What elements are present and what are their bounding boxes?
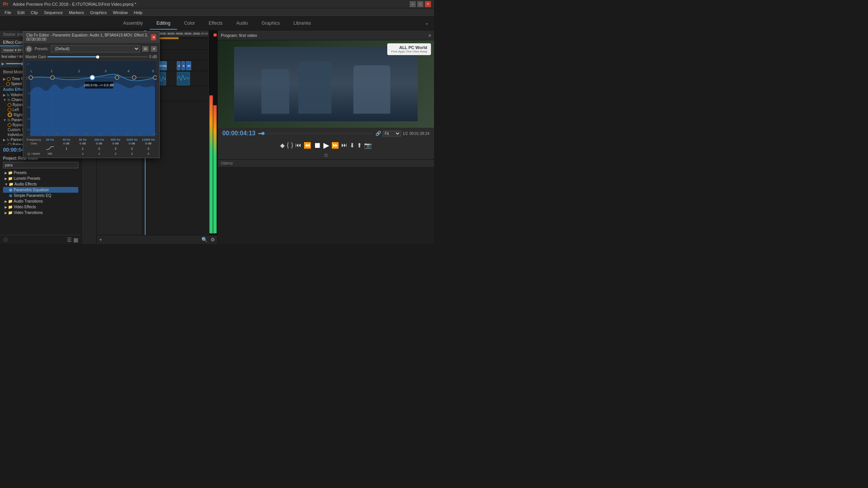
preset-select[interactable]: (Default) (51, 45, 140, 52)
panel-status-icon[interactable]: ⊙ (3, 236, 8, 243)
folder-video-transitions-icon: 📁 (8, 211, 13, 215)
freq-20hz: 20 Hz (42, 138, 58, 141)
menu-edit[interactable]: Edit (14, 10, 28, 16)
folder-video-effects[interactable]: ▶ 📁 Video Effects (3, 204, 78, 210)
program-progress-bar[interactable] (258, 133, 372, 134)
fit-dropdown[interactable]: 🔗 (375, 131, 381, 136)
nav-more-button[interactable]: » (426, 21, 428, 26)
q-width-header: Q / Width (26, 152, 41, 155)
presets-label: Presets: (35, 47, 49, 51)
menu-file[interactable]: File (2, 10, 14, 16)
menu-clip[interactable]: Clip (28, 10, 41, 16)
tab-audio[interactable]: Audio (230, 17, 255, 30)
play-button-mini[interactable]: ▶ (2, 62, 5, 66)
overwrite-button[interactable]: ⬆ (357, 142, 362, 149)
v1-clip4[interactable]: BF9A64... (177, 61, 181, 70)
program-menu-icon[interactable]: ≡ (429, 33, 431, 38)
folder-audio-effects[interactable]: ▼ 📁 Audio Effects (3, 181, 78, 187)
insert-button[interactable]: ⬇ (350, 142, 355, 149)
waveform-svg3 (177, 72, 190, 85)
master-gain-fill (48, 56, 97, 57)
program-progress-thumb[interactable] (261, 132, 265, 135)
mark-out-button[interactable]: } (291, 142, 293, 149)
stop-button[interactable]: ⏹ (314, 141, 321, 150)
folder-lumetri-arrow: ▶ (5, 177, 7, 181)
tab-libraries[interactable]: Libraries (287, 17, 318, 30)
svg-text:4: 4 (127, 69, 129, 73)
freq-2k: 2k (126, 133, 129, 135)
search-input[interactable] (3, 162, 78, 168)
zoom-out-button[interactable]: 🔍 (201, 236, 208, 243)
add-track-button[interactable]: + (98, 236, 103, 243)
left-icon (8, 108, 11, 112)
grid-view-icon[interactable]: ▦ (73, 237, 78, 243)
go-to-out-button[interactable]: ⏭ (341, 142, 347, 149)
q-width-row: Q / Width HD 1 1 2 2 2 (25, 152, 157, 155)
step-forward-button[interactable]: ⏩ (331, 142, 339, 149)
tab-graphics[interactable]: Graphics (255, 17, 287, 30)
parametric-equalizer-item[interactable]: Parametric Equalizer (3, 187, 78, 193)
eq-graph[interactable]: 20 0 -20 -40 -60 -80 (25, 60, 157, 136)
tab-editing[interactable]: Editing (150, 17, 177, 30)
freq-col-20: 20 Hz (42, 138, 58, 142)
sequence-settings-button[interactable]: ⚙ (210, 236, 216, 243)
filter-shape1[interactable] (42, 146, 58, 151)
step-back-button[interactable]: ⏪ (304, 142, 311, 149)
go-to-in-button[interactable]: ⏮ (295, 142, 301, 149)
video-controls: 00:00:04:13 🔗 Fit 25% 50% 75% 100% 1/2 (218, 128, 434, 159)
right-label: Right (14, 113, 22, 117)
folder-presets[interactable]: ▶ 📁 Presets (3, 170, 78, 176)
master-gain-thumb[interactable] (96, 55, 99, 59)
play-button[interactable]: ▶ (323, 141, 329, 150)
tab-effects[interactable]: Effects (202, 17, 229, 30)
project-panel: Project: First Video ▶ 📁 Presets ▶ 📁 Lum… (0, 154, 81, 235)
menu-markers[interactable]: Markers (66, 10, 87, 16)
menu-sequence[interactable]: Sequence (41, 10, 66, 16)
presets-settings-button[interactable]: ⚙ (142, 46, 149, 52)
master-gain-slider[interactable] (48, 56, 147, 57)
mark-in-button[interactable]: { (287, 142, 289, 149)
status-bar: Udemy (218, 159, 434, 167)
folder-audio-trans-icon: 📁 (8, 199, 13, 203)
folder-video-transitions[interactable]: ▶ 📁 Video Transitions (3, 210, 78, 215)
add-marker-button[interactable]: ◆ (280, 142, 285, 149)
folder-presets-icon: 📁 (8, 171, 13, 175)
menu-graphics[interactable]: Graphics (87, 10, 110, 16)
export-frame-button[interactable]: 📷 (364, 142, 372, 149)
app-title: Adobe Premiere Pro CC 2018 - E:\TUTORIAL… (13, 2, 136, 6)
minimize-button[interactable]: – (410, 1, 416, 7)
q-val4: 2 (108, 152, 124, 155)
folder-lumetri-presets[interactable]: ▶ 📁 Lumetri Presets (3, 176, 78, 181)
ruler-90: 00:01:30:00 (194, 32, 208, 35)
list-view-icon[interactable]: ☰ (67, 237, 72, 243)
channel-volume-fx-icon: fx (8, 98, 10, 102)
speed-icon (6, 82, 10, 86)
freq-30: 30 (55, 133, 59, 135)
folder-audio-transitions[interactable]: ▶ 📁 Audio Transitions (3, 198, 78, 204)
q-val6: 2 (141, 152, 156, 155)
right-knob[interactable] (8, 112, 12, 117)
video-preview: ALL PC World Free Apps One Click Away (218, 40, 434, 128)
fx-editor-titlebar: Clip Fx Editor - Parametric Equalizer: A… (23, 32, 159, 43)
fx-editor-close-button[interactable]: ✕ (151, 34, 156, 40)
maximize-button[interactable]: □ (417, 1, 423, 7)
tab-color[interactable]: Color (177, 17, 202, 30)
window-controls[interactable]: – □ ✕ (410, 1, 431, 7)
close-button[interactable]: ✕ (425, 1, 431, 7)
eq-power-button[interactable]: ⏻ (25, 46, 32, 52)
folder-audio-icon: 📁 (9, 182, 13, 186)
v1-clip6[interactable]: BF9A64... (186, 61, 191, 70)
tab-assembly[interactable]: Assembly (116, 17, 150, 30)
freq-3200hz: 3200 Hz (124, 138, 140, 141)
fit-select[interactable]: Fit 25% 50% 75% 100% (383, 131, 401, 136)
presets-action-button[interactable]: ✕ (151, 46, 157, 52)
v1-clip5[interactable]: BF9A6425... (181, 61, 185, 70)
menu-help[interactable]: Help (131, 10, 146, 16)
svg-rect-2 (177, 72, 190, 85)
svg-text:L: L (30, 69, 32, 73)
simple-parametric-eq-item[interactable]: Simple Parametric EQ (3, 193, 78, 198)
a1-clip3[interactable] (177, 72, 190, 86)
volume-label: Volume (11, 93, 23, 97)
menu-window[interactable]: Window (110, 10, 131, 16)
safe-margins-icon[interactable]: ⊡ (324, 153, 328, 158)
